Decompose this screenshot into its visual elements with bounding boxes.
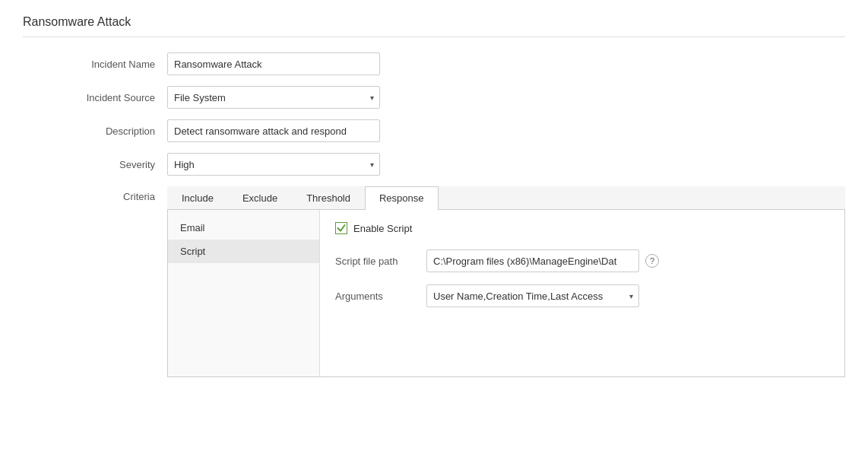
criteria-content: Include Exclude Threshold Response Email… xyxy=(167,186,845,377)
incident-source-wrapper: File System Network Registry ▾ xyxy=(167,86,380,109)
description-label: Description xyxy=(68,125,167,137)
page-title: Ransomware Attack xyxy=(23,15,845,29)
arguments-row: Arguments User Name,Creation Time,Last A… xyxy=(335,284,829,307)
incident-source-row: Incident Source File System Network Regi… xyxy=(68,86,845,109)
tab-exclude[interactable]: Exclude xyxy=(228,186,292,209)
incident-name-label: Incident Name xyxy=(68,59,167,70)
description-row: Description xyxy=(68,119,845,142)
script-file-path-label: Script file path xyxy=(335,256,426,267)
arguments-label: Arguments xyxy=(335,291,426,302)
right-panel: Enable Script Script file path ? Argumen… xyxy=(320,210,844,376)
list-item-script[interactable]: Script xyxy=(168,240,319,263)
criteria-tabs-bar: Include Exclude Threshold Response xyxy=(167,186,845,210)
tab-content: Email Script Enable Script xyxy=(167,210,845,377)
script-file-path-input[interactable] xyxy=(426,249,639,272)
severity-row: Severity High Medium Low Critical ▾ xyxy=(68,153,845,176)
arguments-select[interactable]: User Name,Creation Time,Last Access User… xyxy=(426,284,639,307)
form-section: Incident Name Incident Source File Syste… xyxy=(68,52,845,377)
tab-response[interactable]: Response xyxy=(365,186,439,210)
enable-script-checkbox[interactable] xyxy=(335,222,347,234)
description-input[interactable] xyxy=(167,119,380,142)
incident-source-select[interactable]: File System Network Registry xyxy=(167,86,380,109)
enable-script-row: Enable Script xyxy=(335,222,829,234)
enable-script-label: Enable Script xyxy=(353,223,412,234)
incident-name-row: Incident Name xyxy=(68,52,845,75)
left-panel: Email Script xyxy=(168,210,320,376)
severity-wrapper: High Medium Low Critical ▾ xyxy=(167,153,380,176)
tab-threshold[interactable]: Threshold xyxy=(292,186,365,209)
help-icon[interactable]: ? xyxy=(645,254,659,268)
tab-include[interactable]: Include xyxy=(167,186,228,209)
severity-select[interactable]: High Medium Low Critical xyxy=(167,153,380,176)
incident-source-label: Incident Source xyxy=(68,92,167,103)
criteria-label: Criteria xyxy=(68,186,167,202)
title-divider xyxy=(23,37,845,37)
severity-label: Severity xyxy=(68,159,167,170)
list-item-email[interactable]: Email xyxy=(168,216,319,240)
criteria-row: Criteria Include Exclude Threshold Respo… xyxy=(68,186,845,377)
arguments-select-wrapper: User Name,Creation Time,Last Access User… xyxy=(426,284,639,307)
script-file-path-row: Script file path ? xyxy=(335,249,829,272)
incident-name-input[interactable] xyxy=(167,52,380,75)
